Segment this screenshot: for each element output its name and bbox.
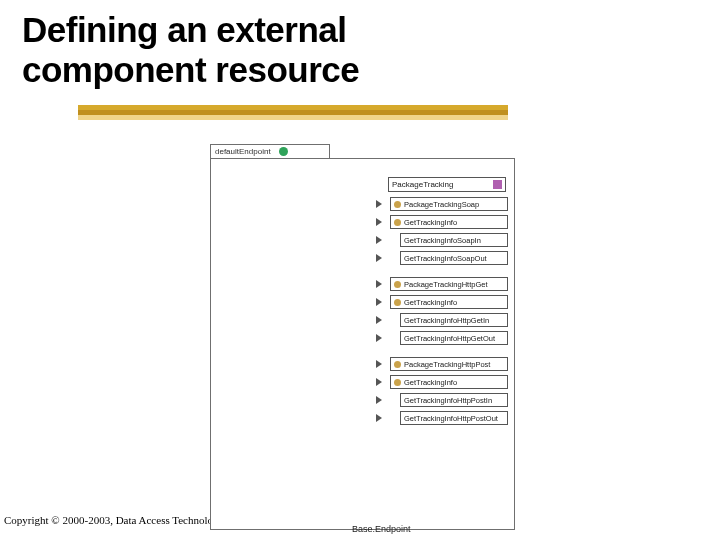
message-row[interactable]: GetTrackingInfoSoapIn xyxy=(386,233,508,250)
chevron-right-icon xyxy=(376,414,382,422)
title-underline xyxy=(78,105,508,123)
lollipop-icon xyxy=(394,299,401,306)
lollipop-icon xyxy=(394,361,401,368)
port-type-row[interactable]: PackageTrackingHttpPost xyxy=(386,357,508,374)
row-label: GetTrackingInfoSoapOut xyxy=(404,254,487,263)
copyright-text: Copyright © 2000-2003, Data Access Techn… xyxy=(4,514,210,526)
component-icon xyxy=(493,180,502,189)
port-type-label: PackageTrackingHttpPost xyxy=(404,360,490,369)
operation-row[interactable]: GetTrackingInfo xyxy=(386,215,508,232)
package-component[interactable]: PackageTracking xyxy=(388,177,506,192)
port-type-row[interactable]: PackageTrackingHttpGet xyxy=(386,277,508,294)
message-row[interactable]: GetTrackingInfoSoapOut xyxy=(386,251,508,268)
package-component-label: PackageTracking xyxy=(392,180,454,189)
chevron-right-icon xyxy=(376,200,382,208)
row-label: GetTrackingInfo xyxy=(404,378,457,387)
title-line-2: component resource xyxy=(22,50,359,89)
chevron-right-icon xyxy=(376,254,382,262)
row-label: GetTrackingInfoHttpPostOut xyxy=(404,414,498,423)
base-endpoint-label: Base.Endpoint xyxy=(352,524,411,534)
chevron-right-icon xyxy=(376,280,382,288)
operation-row[interactable]: GetTrackingInfo xyxy=(386,295,508,312)
chevron-right-icon xyxy=(376,218,382,226)
message-row[interactable]: GetTrackingInfoHttpGetIn xyxy=(386,313,508,330)
chevron-right-icon xyxy=(376,360,382,368)
message-row[interactable]: GetTrackingInfoHttpPostOut xyxy=(386,411,508,428)
chevron-right-icon xyxy=(376,334,382,342)
port-type-row[interactable]: PackageTrackingSoap xyxy=(386,197,508,214)
row-label: GetTrackingInfoSoapIn xyxy=(404,236,481,245)
title-line-1: Defining an external xyxy=(22,10,347,49)
chevron-right-icon xyxy=(376,396,382,404)
lollipop-icon xyxy=(394,379,401,386)
port-type-label: PackageTrackingSoap xyxy=(404,200,479,209)
diagram-panel: PackageTracking PackageTrackingSoapGetTr… xyxy=(210,158,515,530)
chevron-right-icon xyxy=(376,298,382,306)
endpoint-tab-label: defaultEndpoint xyxy=(215,147,271,156)
port-type-label: PackageTrackingHttpGet xyxy=(404,280,488,289)
message-row[interactable]: GetTrackingInfoHttpGetOut xyxy=(386,331,508,348)
slide-title: Defining an external component resource xyxy=(22,10,359,91)
row-label: GetTrackingInfo xyxy=(404,218,457,227)
endpoint-tab[interactable]: defaultEndpoint xyxy=(210,144,330,159)
operation-row[interactable]: GetTrackingInfo xyxy=(386,375,508,392)
row-label: GetTrackingInfoHttpGetIn xyxy=(404,316,489,325)
operations-tree: PackageTrackingSoapGetTrackingInfoGetTra… xyxy=(386,197,508,429)
row-label: GetTrackingInfoHttpPostIn xyxy=(404,396,492,405)
row-label: GetTrackingInfo xyxy=(404,298,457,307)
chevron-right-icon xyxy=(376,236,382,244)
row-label: GetTrackingInfoHttpGetOut xyxy=(404,334,495,343)
lollipop-icon xyxy=(394,219,401,226)
message-row[interactable]: GetTrackingInfoHttpPostIn xyxy=(386,393,508,410)
chevron-right-icon xyxy=(376,378,382,386)
lollipop-icon xyxy=(394,281,401,288)
globe-icon xyxy=(279,147,288,156)
chevron-right-icon xyxy=(376,316,382,324)
lollipop-icon xyxy=(394,201,401,208)
